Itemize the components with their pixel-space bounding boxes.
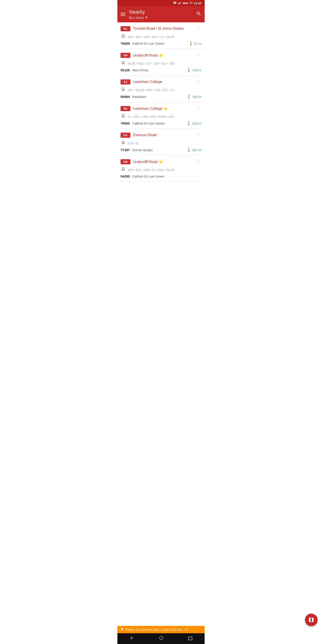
stop-id: 54295 [120,174,130,178]
bus-icon [121,114,126,120]
dropdown-arrow-icon: ▼ [145,16,148,19]
time: 21:23 [194,2,202,5]
status-bar: 59% 21:23 [118,0,204,6]
stop-code-badge: SL [120,26,130,31]
signal-icon [178,2,181,5]
bus-icon [121,167,126,173]
stop-item[interactable]: SN Undercliff Road⭐ ⋮ 436 • 321 • 136 • … [118,156,204,182]
stop-item[interactable]: SJ Lewisham College ⋮ N21 • N136 • 436 •… [118,76,204,102]
stop-id: 50064 [120,95,130,98]
stop-header: SL Tyrwhitt Road / St Johns Station ⋮ [120,26,202,32]
stop-id-direction: 50064 Peckham [120,95,146,98]
stop-footer: 54295 Catford Or Lee Green [120,174,202,178]
stop-footer: 77187 Surrey Quays 🚶301 m [120,148,202,152]
stop-footer: 50064 Peckham 🚶185 m [120,94,202,99]
stop-routes-row: 21 • 321 • 136 • 436 • N136 • N21 [121,114,202,120]
walk-distance: 🚶301 m [187,148,202,152]
stop-routes-row: 436 • 321 • 136 • N21 • 21 • N136 [121,34,202,40]
stop-id: 50126 [120,68,130,72]
stop-code-badge: SH [120,53,130,58]
routes-text: N136 • N21 • 21 • 136 • 321 • 436 [128,62,174,65]
stop-direction: Catford Or Lee Green [132,122,164,125]
walk-distance: 🚶152 m [187,68,202,72]
walk-icon: 🚶 [187,68,191,72]
stop-direction: Peckham [132,95,146,98]
stop-name: Elverson Road [133,133,192,137]
stop-code-badge: SK [120,106,130,111]
more-options-button[interactable]: ⋮ [195,132,202,138]
stop-item[interactable]: SL Tyrwhitt Road / St Johns Station ⋮ 43… [118,22,204,49]
stop-direction: Catford Or Lee Green [132,42,164,46]
more-options-button[interactable]: ⋮ [195,52,202,58]
walk-icon: 🚶 [187,121,191,126]
stop-name: Tyrwhitt Road / St Johns Station [133,26,192,31]
walk-distance: 🚶12 m [189,41,202,46]
walk-icon: 🚶 [189,41,193,46]
stop-footer: 75659 Catford Or Lee Green 🚶12 m [120,41,202,46]
stop-routes-row: 225 • 47 [121,140,202,146]
stop-name: Undercliff Road⭐ [133,160,192,164]
stop-code-badge: SN [120,159,130,164]
svg-rect-1 [179,2,179,4]
stop-id-direction: 75600 Catford Or Lee Green [120,122,164,125]
svg-rect-0 [178,3,178,4]
bus-icon [121,87,126,93]
stop-item[interactable]: SK Lewisham College⭐ ⋮ 21 • 321 • 136 • … [118,102,204,129]
battery-icon [190,2,193,5]
more-options-button[interactable]: ⋮ [195,158,202,165]
subtitle-text: Bus stops [129,16,144,20]
stop-id-direction: 77187 Surrey Quays [120,148,152,152]
star-icon: ⭐ [163,107,168,110]
menu-button[interactable] [120,13,126,16]
stop-id-direction: 75659 Catford Or Lee Green [120,42,164,46]
stop-item[interactable]: SH Undercliff Road⭐ ⋮ N136 • N21 • 21 • … [118,49,204,76]
star-icon: ⭐ [158,54,163,57]
subtitle-row[interactable]: Bus stops ▼ [129,16,196,20]
routes-text: 21 • 321 • 136 • 436 • N136 • N21 [128,115,174,118]
svg-rect-2 [180,2,180,4]
walk-distance: 🚶226 m [187,121,202,126]
wifi-icon [173,2,177,5]
app-bar: Nearby Bus stops ▼ [118,6,204,22]
routes-text: 436 • 321 • 136 • 21 • N21 • N136 [128,168,174,172]
walk-icon: 🚶 [187,148,191,152]
stop-name: Lewisham College [133,80,192,84]
stop-name: Lewisham College⭐ [133,106,192,111]
stop-direction: Catford Or Lee Green [132,174,164,178]
stop-header: EA Elverson Road ⋮ [120,132,202,138]
stop-code-badge: SJ [120,80,130,84]
stop-header: SK Lewisham College⭐ ⋮ [120,105,202,112]
more-options-button[interactable]: ⋮ [195,105,202,112]
stop-routes-row: N136 • N21 • 21 • 136 • 321 • 436 [121,60,202,66]
stop-footer: 50126 New Cross 🚶152 m [120,68,202,72]
stop-header: SN Undercliff Road⭐ ⋮ [120,158,202,165]
title-group: Nearby Bus stops ▼ [129,9,196,19]
stop-id: 77187 [120,148,130,152]
more-options-button[interactable]: ⋮ [195,79,202,85]
svg-rect-3 [180,2,181,4]
routes-text: 225 • 47 [128,142,139,145]
walk-distance: 🚶185 m [187,94,202,99]
more-options-button[interactable]: ⋮ [195,26,202,32]
routes-text: 436 • 321 • 136 • N21 • 21 • N136 [128,35,174,39]
stop-id-direction: 50126 New Cross [120,68,148,72]
stop-id-direction: 54295 Catford Or Lee Green [120,174,164,178]
search-button[interactable] [196,11,202,18]
battery-percent: 59% [182,2,188,5]
app-title: Nearby [129,9,196,15]
stop-routes-row: 436 • 321 • 136 • 21 • N21 • N136 [121,167,202,173]
stop-routes-row: N21 • N136 • 436 • 136 • 321 • 21 [121,87,202,93]
stop-id: 75659 [120,42,130,46]
stop-direction: Surrey Quays [132,148,153,152]
stop-list: SL Tyrwhitt Road / St Johns Station ⋮ 43… [118,22,204,182]
stop-id: 75600 [120,122,130,125]
bus-icon [121,60,126,66]
bus-icon [121,140,126,146]
stop-direction: New Cross [132,68,148,72]
stop-item[interactable]: EA Elverson Road ⋮ 225 • 47 77187 Surrey… [118,129,204,156]
stop-header: SH Undercliff Road⭐ ⋮ [120,52,202,58]
stop-code-badge: EA [120,132,130,138]
walk-icon: 🚶 [187,94,191,99]
stop-footer: 75600 Catford Or Lee Green 🚶226 m [120,121,202,126]
stop-name: Undercliff Road⭐ [133,53,192,58]
